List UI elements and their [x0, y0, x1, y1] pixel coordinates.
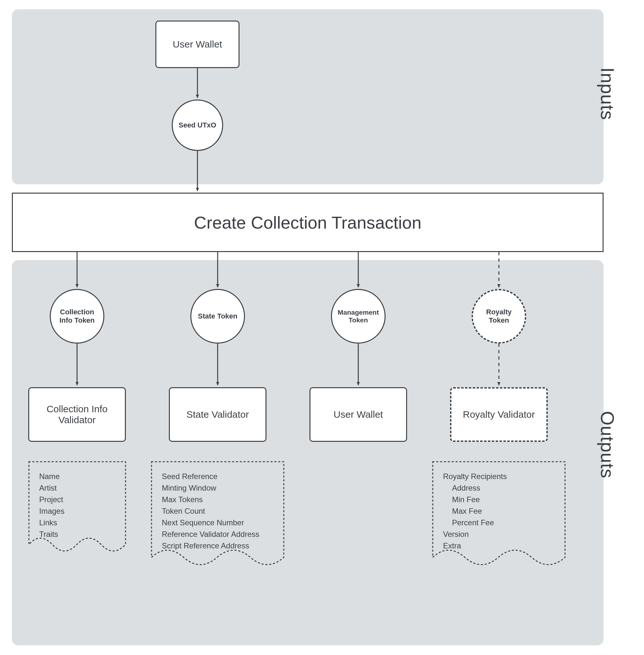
- collection-info-token-circle: Collection Info Token: [50, 289, 104, 343]
- note-line: Next Sequence Number: [162, 517, 274, 528]
- management-token-circle: Management Token: [331, 289, 386, 343]
- inputs-section-label: Inputs: [597, 67, 618, 120]
- note-line: Royalty Recipients: [443, 471, 555, 482]
- royalty-validator-box: Royalty Validator: [450, 387, 548, 442]
- state-note: Seed Reference Minting Window Max Tokens…: [151, 461, 284, 551]
- note-line: Token Count: [162, 505, 274, 517]
- royalty-token-label: Royalty Token: [476, 308, 522, 324]
- note-line: Max Fee: [443, 505, 555, 517]
- note-line: Images: [39, 505, 115, 517]
- inputs-panel: [12, 9, 603, 184]
- note-line: Links: [39, 517, 115, 528]
- user-wallet-output-label: User Wallet: [334, 409, 383, 420]
- state-token-circle: State Token: [190, 289, 245, 343]
- note-line: Min Fee: [443, 494, 555, 505]
- note-line: Name: [39, 471, 115, 482]
- note-line: Project: [39, 494, 115, 505]
- state-validator-label: State Validator: [186, 409, 249, 420]
- seed-utxo-label: Seed UTxO: [179, 121, 216, 129]
- note-line: Percent Fee: [443, 517, 555, 528]
- collection-info-token-label: Collection Info Token: [53, 308, 101, 324]
- note-line: Version: [443, 528, 555, 540]
- state-validator-box: State Validator: [169, 387, 267, 442]
- collection-info-note: Name Artist Project Images Links Traits: [28, 461, 126, 540]
- note-line: Address: [443, 482, 555, 494]
- management-token-label: Management Token: [335, 309, 382, 324]
- create-collection-transaction-label: Create Collection Transaction: [194, 212, 421, 232]
- royalty-validator-label: Royalty Validator: [463, 409, 535, 420]
- note-line: Minting Window: [162, 482, 274, 494]
- note-line: Script Reference Address: [162, 540, 274, 551]
- user-wallet-input-box: User Wallet: [155, 21, 239, 68]
- royalty-note: Royalty Recipients Address Min Fee Max F…: [432, 461, 566, 551]
- collection-info-validator-label: Collection Info Validator: [34, 404, 120, 425]
- outputs-section-label: Outputs: [597, 411, 618, 478]
- note-line: Reference Validator Address: [162, 528, 274, 540]
- user-wallet-input-label: User Wallet: [173, 39, 222, 50]
- royalty-token-circle: Royalty Token: [472, 289, 526, 343]
- note-line: Extra: [443, 540, 555, 551]
- note-line: Seed Reference: [162, 471, 274, 482]
- collection-info-validator-box: Collection Info Validator: [28, 387, 126, 442]
- create-collection-transaction-box: Create Collection Transaction: [12, 193, 603, 252]
- note-line: Traits: [39, 528, 115, 540]
- note-line: Max Tokens: [162, 494, 274, 505]
- note-line: Artist: [39, 482, 115, 494]
- user-wallet-output-box: User Wallet: [309, 387, 407, 442]
- seed-utxo-circle: Seed UTxO: [172, 99, 223, 151]
- state-token-label: State Token: [198, 312, 237, 320]
